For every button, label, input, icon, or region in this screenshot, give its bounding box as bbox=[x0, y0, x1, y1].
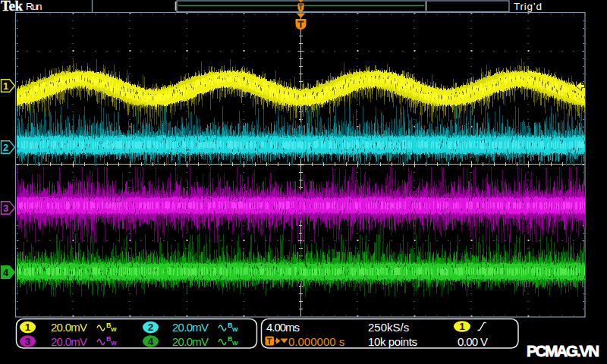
svg-text:3: 3 bbox=[25, 336, 31, 347]
svg-text:0.00 V: 0.00 V bbox=[458, 335, 488, 348]
svg-text:2: 2 bbox=[148, 322, 154, 333]
svg-text:PCMAG.VN: PCMAG.VN bbox=[527, 342, 599, 359]
svg-text:W: W bbox=[111, 326, 117, 333]
svg-text:10k points: 10k points bbox=[368, 335, 417, 348]
svg-text:W: W bbox=[232, 340, 238, 347]
svg-text:20.0mV: 20.0mV bbox=[172, 335, 209, 348]
svg-text:2: 2 bbox=[3, 142, 8, 153]
svg-text:0.000000 s: 0.000000 s bbox=[288, 335, 344, 348]
svg-text:4: 4 bbox=[148, 336, 154, 347]
svg-text:1: 1 bbox=[25, 322, 31, 333]
svg-text:250kS/s: 250kS/s bbox=[368, 321, 409, 334]
svg-text:Tek: Tek bbox=[1, 0, 23, 14]
svg-text:20.0mV: 20.0mV bbox=[51, 335, 87, 348]
svg-text:Run: Run bbox=[26, 1, 42, 12]
svg-text:20.0mV: 20.0mV bbox=[172, 321, 209, 334]
svg-text:4.00ms: 4.00ms bbox=[266, 321, 300, 334]
svg-text:Trig’d: Trig’d bbox=[514, 1, 542, 12]
svg-text:W: W bbox=[232, 326, 238, 333]
svg-text:20.0mV: 20.0mV bbox=[51, 321, 87, 334]
svg-text:3: 3 bbox=[3, 202, 8, 214]
svg-text:1: 1 bbox=[3, 80, 8, 92]
svg-text:4: 4 bbox=[3, 267, 9, 278]
svg-text:1: 1 bbox=[459, 321, 465, 332]
svg-text:W: W bbox=[111, 340, 117, 347]
